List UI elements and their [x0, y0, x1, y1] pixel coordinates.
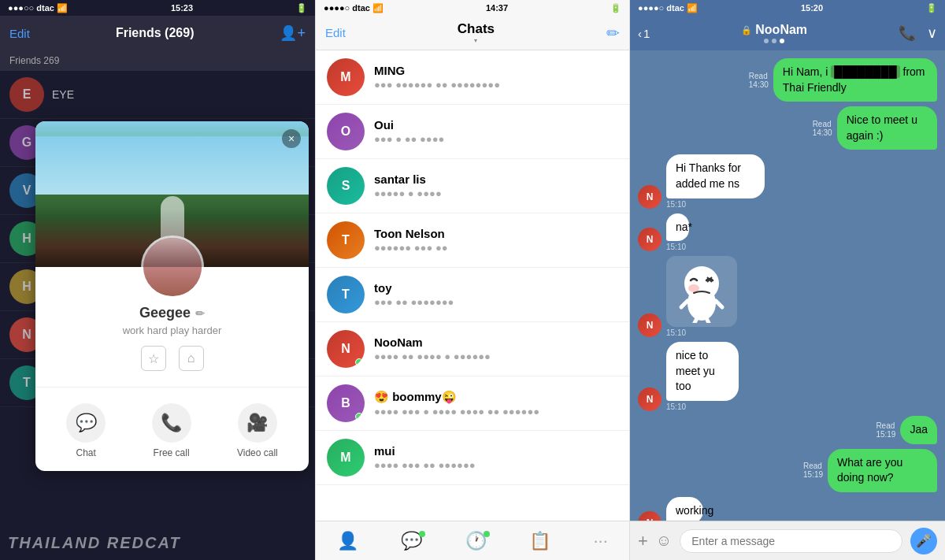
phone-button[interactable]: 📞 — [899, 24, 916, 42]
list-item[interactable]: M mui ●●●● ●●● ●● ●●●●●● — [316, 431, 629, 485]
chat-info: 😍 boommy😜 ●●●● ●●● ● ●●●● ●●●● ●● ●●●●●● — [374, 390, 618, 417]
mid-nav-title: Chats — [458, 21, 495, 36]
close-profile-button[interactable]: × — [282, 129, 301, 148]
message-bubble: Hi Nam, i ████████ from Thai Friendly — [773, 58, 937, 102]
timeline-tab-icon: 🕐 — [465, 531, 487, 551]
list-item[interactable]: S santar lis ●●●●● ● ●●●● — [316, 159, 629, 213]
profile-card: × Geegee ✏ work hard play harder ☆ ⌂ 💬 C… — [35, 121, 309, 471]
avatar: B — [327, 384, 365, 422]
message-row: Read14:30 Hi Nam, i ████████ from Thai F… — [638, 58, 937, 102]
message-row: N working 15:20 — [638, 497, 937, 521]
message-wrap: Read14:30 Nice to meet u again :) — [783, 106, 937, 150]
video-action[interactable]: 🎥 Video call — [237, 403, 278, 458]
message-wrap: Read15:19 What are you doing now? — [769, 449, 937, 492]
compose-button[interactable]: ✏ — [606, 24, 620, 43]
mid-status-bar: ●●●●○ dtac 📶 14:37 🔋 — [316, 0, 629, 16]
tab-chats[interactable]: 💬 — [401, 531, 422, 551]
title-dropdown-arrow[interactable]: ▾ — [346, 37, 606, 44]
avatar: T — [327, 276, 365, 313]
chat-info: toy ●●● ●● ●●●●●●● — [374, 281, 618, 308]
tab-friends[interactable]: 👤 — [337, 531, 358, 551]
tab-notes[interactable]: 📋 — [529, 531, 550, 551]
svg-line-7 — [694, 318, 697, 323]
mid-time: 14:37 — [486, 3, 508, 13]
tab-more[interactable]: ··· — [593, 531, 607, 551]
home-button[interactable]: ⌂ — [179, 346, 204, 371]
avatar: T — [327, 221, 365, 259]
right-nav: ‹ 1 🔒 NooNam 📞 ∨ — [630, 16, 945, 50]
list-item[interactable]: E EYE — [0, 71, 315, 119]
left-battery: 🔋 — [296, 3, 307, 13]
profile-cover: × — [35, 121, 309, 267]
message-bubble: Nice to meet u again :) — [837, 106, 937, 150]
call-label: Free call — [154, 447, 190, 458]
chat-info: NooNam ●●●● ●● ●●●● ● ●●●●●● — [374, 336, 618, 362]
list-item[interactable]: O Oui ●●● ● ●● ●●●● — [316, 105, 629, 159]
message-input[interactable] — [680, 529, 902, 553]
avatar: M — [327, 58, 365, 96]
message-bubble: Hi Thanks for added me ns — [666, 154, 765, 198]
chat-name: MING — [374, 64, 618, 77]
add-attachment-button[interactable]: + — [638, 531, 648, 551]
edit-profile-icon[interactable]: ✏ — [195, 307, 205, 320]
message-bubble: What are you doing now? — [828, 449, 937, 492]
chat-preview: ●●●●●● ●●● ●● — [374, 242, 618, 254]
chevron-down-button[interactable]: ∨ — [927, 24, 937, 42]
back-button[interactable]: ‹ 1 — [638, 27, 650, 40]
profile-actions: 💬 Chat 📞 Free call 🎥 Video call — [35, 387, 309, 471]
avatar: N — [638, 185, 662, 209]
message-bubble: Jaa — [900, 416, 937, 444]
chat-name: mui — [374, 444, 618, 458]
list-item[interactable]: N NooNam ●●●● ●● ●●●● ● ●●●●●● — [316, 322, 629, 376]
left-panel: ●●●○○ dtac 📶 15:23 🔋 Edit Friends (269) … — [0, 0, 315, 560]
chat-icon: 💬 — [66, 403, 106, 443]
friends-count-label: Friends 269 — [0, 50, 315, 71]
list-item[interactable]: T Toon Nelson ●●●●●● ●●● ●● — [316, 213, 629, 268]
chat-label: Chat — [76, 447, 96, 458]
avatar: N — [327, 330, 365, 368]
back-count: 1 — [643, 27, 650, 40]
mid-edit-button[interactable]: Edit — [325, 26, 346, 39]
read-receipt: Read14:30 — [749, 72, 769, 89]
left-carrier: ●●●○○ dtac 📶 — [8, 3, 68, 13]
message-wrap: Read14:30 Hi Nam, i ████████ from Thai F… — [685, 58, 937, 102]
watermark: THAILAND REDCAT — [8, 534, 181, 552]
emoji-button[interactable]: ☺ — [656, 532, 672, 550]
voice-message-button[interactable]: 🎤 — [910, 528, 937, 554]
chat-info: Oui ●●● ● ●● ●●●● — [374, 118, 618, 145]
svg-line-6 — [716, 301, 722, 307]
list-item[interactable]: B 😍 boommy😜 ●●●● ●●● ● ●●●● ●●●● ●● ●●●●… — [316, 376, 629, 431]
friend-list: E EYE G ●●●●●● ●●●●●●● ●●●●● V VIPTV H H… — [0, 71, 315, 560]
avatar: S — [327, 167, 365, 205]
input-bar: + ☺ 🎤 — [630, 521, 945, 560]
chat-preview: ●●●●● ● ●●●● — [374, 187, 618, 199]
favorite-button[interactable]: ☆ — [141, 346, 166, 371]
chat-action[interactable]: 💬 Chat — [66, 403, 106, 458]
message-bubble: na* — [666, 213, 689, 242]
left-nav-title: Friends (269) — [116, 26, 195, 40]
list-item[interactable]: T toy ●●● ●● ●●●●●●● — [316, 268, 629, 322]
profile-avatar — [141, 235, 204, 299]
sticker-row: N — [638, 256, 937, 337]
tab-timeline[interactable]: 🕐 — [465, 531, 487, 551]
message-bubble: nice to meet yu too — [666, 342, 739, 401]
right-panel: ●●●●○ dtac 📶 15:20 🔋 ‹ 1 🔒 NooNam 📞 ∨ — [630, 0, 945, 560]
left-status-bar: ●●●○○ dtac 📶 15:23 🔋 — [0, 0, 315, 16]
call-icon: 📞 — [152, 403, 191, 443]
lock-icon: 🔒 — [741, 25, 752, 35]
chat-name: Oui — [374, 118, 618, 132]
chat-preview: ●●●● ●●● ● ●●●● ●●●● ●● ●●●●●● — [374, 406, 618, 417]
nav-dot — [772, 39, 776, 43]
chat-notification-dot — [419, 531, 425, 537]
avatar: N — [638, 313, 662, 337]
svg-line-5 — [681, 301, 687, 307]
message-row: Read14:30 Nice to meet u again :) — [638, 106, 937, 150]
chats-tab-icon: 💬 — [401, 531, 422, 551]
list-item[interactable]: M MING ●●● ●●●●●● ●● ●●●●●●●● — [316, 50, 629, 105]
video-icon: 🎥 — [238, 403, 277, 443]
call-action[interactable]: 📞 Free call — [152, 403, 191, 458]
left-add-friend-button[interactable]: 👤+ — [280, 24, 306, 42]
left-edit-button[interactable]: Edit — [9, 27, 30, 40]
chat-name: NooNam — [374, 336, 618, 349]
message-row: Read15:19 What are you doing now? — [638, 449, 937, 492]
